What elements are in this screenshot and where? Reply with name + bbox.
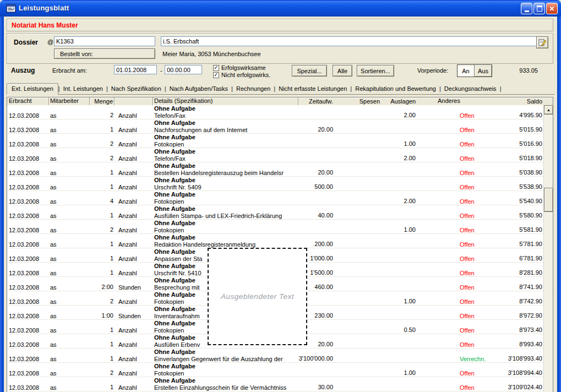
cell-empty xyxy=(115,291,153,298)
table-row[interactable]: Ohne Aufgabe12.03.2008as2AnzahlFotokopie… xyxy=(7,363,543,377)
tab-nach-spezifikation[interactable]: Nach Spezifikation xyxy=(108,84,165,94)
spezial-button[interactable]: Spezial... xyxy=(292,65,327,77)
cell-mitarbeiter: as xyxy=(49,227,90,234)
cell-empty xyxy=(298,191,334,198)
table-row[interactable]: Ohne Aufgabe12.03.2008as1AnzahlRedaktion… xyxy=(7,234,543,248)
vertical-scrollbar[interactable]: ▲ xyxy=(543,105,553,392)
vorperiode-aus-button[interactable]: Aus xyxy=(474,65,492,77)
table-row[interactable]: Ohne Aufgabe12.03.2008as1AnzahlUrschrift… xyxy=(7,177,543,191)
close-button[interactable]: ✕ xyxy=(546,3,558,14)
vorperiode-an-button[interactable]: An xyxy=(457,65,474,77)
tab-rekapitulation-und-bewertung[interactable]: Rekapitulation und Bewertung xyxy=(352,84,439,94)
cell-empty xyxy=(90,191,115,198)
date-to-input[interactable] xyxy=(165,65,202,74)
col-erbracht[interactable]: Erbracht xyxy=(7,97,49,105)
cell-empty xyxy=(298,220,334,227)
maximize-button[interactable] xyxy=(533,3,545,14)
cell-saldo: 8'741.90 xyxy=(495,284,543,291)
cell-empty xyxy=(298,205,334,213)
col-anderes[interactable]: Anderes xyxy=(417,97,495,105)
cell-empty xyxy=(115,105,153,112)
cell-empty xyxy=(417,220,495,227)
cell-empty xyxy=(7,177,49,184)
cell-einheit: Anzahl xyxy=(115,327,153,334)
table-row[interactable]: Ohne Aufgabe12.03.2008as1AnzahlErstellen… xyxy=(7,377,543,391)
cell-empty xyxy=(90,306,115,313)
nicht-erfolgswirks-checkbox[interactable]: ✓ xyxy=(213,72,219,78)
alle-button[interactable]: Alle xyxy=(333,65,352,77)
cell-spesen xyxy=(334,313,381,320)
cell-empty xyxy=(90,248,115,255)
cell-empty xyxy=(49,349,90,356)
cell-anderes: Offen xyxy=(417,241,495,248)
cell-empty xyxy=(7,148,49,155)
hidden-text-overlay: Ausgeblendeter Text xyxy=(208,248,307,345)
bestellt-von-button[interactable]: Bestellt von: xyxy=(54,48,155,59)
table-row[interactable]: Ohne Aufgabe12.03.2008as1AnzahlEinverlan… xyxy=(7,349,543,363)
tab-nicht-erfasste-leistungen[interactable]: Nicht erfasste Leistungen xyxy=(275,84,350,94)
cell-mitarbeiter: as xyxy=(49,298,90,306)
cell-empty xyxy=(495,191,543,198)
table-row[interactable]: Ohne Aufgabe12.03.2008as2AnzahlFotokopie… xyxy=(7,134,543,148)
erfolgswirksame-label: Erfolgswirksame xyxy=(221,64,266,71)
cell-auslagen: 1.00 xyxy=(381,370,417,377)
cell-empty xyxy=(115,306,153,313)
cell-anderes: Offen xyxy=(417,213,495,220)
table-row[interactable]: Ohne Aufgabe12.03.2008as1AnzahlAusfüllen… xyxy=(7,205,543,220)
tab-ext-leistungen[interactable]: Ext. Leistungen xyxy=(7,83,58,95)
table-row[interactable]: Ohne Aufgabe12.03.2008as2AnzahlFotokopie… xyxy=(7,220,543,234)
table-row[interactable]: Ohne Aufgabe12.03.2008as1AnzahlBestellen… xyxy=(7,162,543,177)
cell-zeitaufw xyxy=(298,155,334,162)
dossier-number-input[interactable] xyxy=(54,36,155,46)
cell-empty xyxy=(115,134,153,141)
cell-empty xyxy=(495,263,543,270)
cell-empty xyxy=(417,177,495,184)
cell-einheit: Anzahl xyxy=(115,227,153,234)
cell-auslagen xyxy=(381,384,417,391)
scroll-thumb[interactable] xyxy=(544,188,553,212)
cell-empty xyxy=(49,248,90,255)
cell-details: Redaktion Handelsregisteranmeldung xyxy=(153,241,298,248)
dossier-subject-input[interactable] xyxy=(161,36,537,46)
col-spesen[interactable]: Spesen xyxy=(334,97,381,105)
table-row[interactable]: Ohne Aufgabe12.03.2008as1AnzahlNachforsc… xyxy=(7,119,543,134)
cell-empty xyxy=(90,377,115,384)
tab-nach-aufgaben-tasks[interactable]: Nach Aufgaben/Tasks xyxy=(166,84,231,94)
col-mitarbeiter[interactable]: Mitarbeiter xyxy=(49,97,90,105)
tab-rechnungen[interactable]: Rechnungen xyxy=(233,84,274,94)
tab-deckungsnachweis[interactable]: Deckungsnachweis xyxy=(441,84,500,94)
cell-mitarbeiter: as xyxy=(49,184,90,191)
cell-empty xyxy=(7,334,49,341)
cell-saldo: 3'108'994.40 xyxy=(495,370,543,377)
date-from-input[interactable] xyxy=(114,65,157,74)
col-details[interactable]: Details (Spezifikation) xyxy=(153,97,298,105)
cell-erbracht: 12.03.2008 xyxy=(7,155,49,162)
cell-empty xyxy=(90,205,115,213)
minimize-button[interactable] xyxy=(521,3,532,14)
col-menge[interactable]: Menge xyxy=(90,97,115,105)
cell-mitarbeiter: as xyxy=(49,370,90,377)
cell-empty xyxy=(334,220,381,227)
cell-empty xyxy=(381,220,417,227)
cell-details: Erstellen Einzahlungsschein für die Verm… xyxy=(153,384,298,391)
col-zeitaufw[interactable]: Zeitaufw. xyxy=(298,97,334,105)
tab-int-leistungen[interactable]: Int. Leistungen xyxy=(60,84,106,94)
cell-empty xyxy=(417,162,495,170)
table-row[interactable]: Ohne Aufgabe12.03.2008as4AnzahlFotokopie… xyxy=(7,191,543,205)
table-row[interactable]: Ohne Aufgabe12.03.2008as2AnzahlTelefon/F… xyxy=(7,148,543,162)
cell-empty xyxy=(417,105,495,112)
col-blank[interactable] xyxy=(115,97,153,105)
table-row[interactable]: Ohne Aufgabe12.03.2008as2AnzahlTelefon/F… xyxy=(7,105,543,119)
sortieren-button[interactable]: Sortieren... xyxy=(357,65,394,77)
cell-details: Bestellen Handelsregisterauszug beim Han… xyxy=(153,170,298,177)
minimize-icon xyxy=(525,10,529,12)
scroll-up-button[interactable]: ▲ xyxy=(544,105,553,115)
erfolgswirksame-checkbox[interactable]: ✓ xyxy=(213,65,219,71)
cell-empty xyxy=(417,363,495,370)
cell-empty xyxy=(115,320,153,327)
maximize-icon xyxy=(537,6,542,12)
edit-dossier-button[interactable] xyxy=(536,36,548,48)
col-saldo[interactable]: Saldo xyxy=(495,97,543,105)
col-auslagen[interactable]: Auslagen xyxy=(381,97,417,105)
bestellt-von-value: Meier Maria, 3053 Münchenbuchsee xyxy=(162,51,261,57)
